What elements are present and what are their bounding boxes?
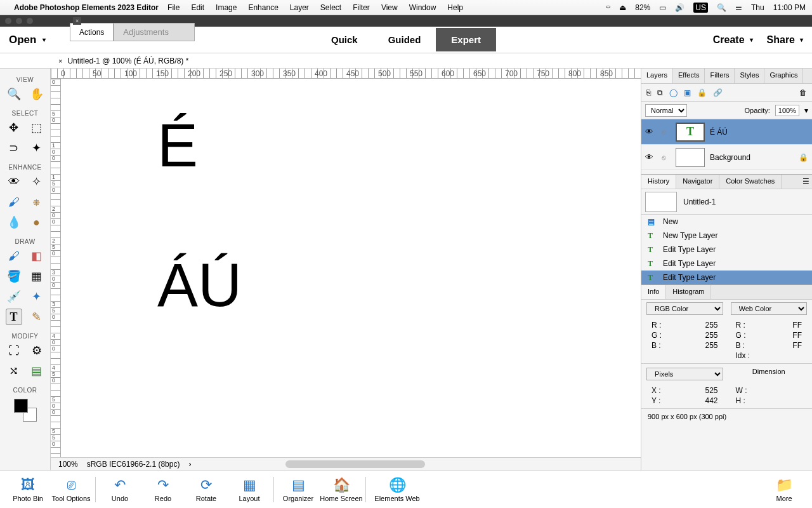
history-item[interactable]: ▤New: [641, 215, 812, 229]
control-center-icon[interactable]: ⚌: [735, 3, 742, 12]
tab-effects[interactable]: Effects: [673, 69, 705, 83]
link-icon[interactable]: 🔗: [713, 88, 723, 97]
eyedropper-tool[interactable]: 💉: [6, 288, 22, 305]
create-button[interactable]: Create: [713, 34, 753, 46]
tab-graphics[interactable]: Graphics: [764, 69, 803, 83]
mode-expert[interactable]: Expert: [436, 28, 496, 51]
zoom-tool[interactable]: 🔍: [6, 86, 22, 102]
marquee-tool[interactable]: ⬚: [29, 119, 45, 136]
menu-image[interactable]: Image: [216, 3, 237, 12]
quick-select-tool[interactable]: ✦: [29, 140, 45, 156]
shape-tool[interactable]: ✦: [29, 288, 45, 305]
brush-tool[interactable]: 🖌: [6, 248, 22, 264]
redeye-tool[interactable]: 👁: [6, 173, 22, 190]
organizer-button[interactable]: ▤Organizer: [277, 477, 320, 502]
document-title[interactable]: Untitled-1 @ 100% (É ÁÚ, RGB/8) *: [67, 57, 188, 65]
smart-brush-tool[interactable]: 🖌: [6, 194, 22, 210]
menu-edit[interactable]: Edit: [191, 3, 204, 12]
history-item[interactable]: TNew Type Layer: [641, 229, 812, 243]
tab-adjustments[interactable]: Adjustments: [114, 23, 195, 41]
straighten-tool[interactable]: ▤: [29, 363, 45, 379]
mask-icon[interactable]: ▣: [684, 88, 691, 97]
lock-slot[interactable]: ⎋: [662, 128, 671, 136]
hand-tool[interactable]: ✋: [29, 86, 45, 102]
share-button[interactable]: Share: [767, 34, 803, 46]
redo-button[interactable]: ↷Redo: [141, 477, 185, 502]
move-tool[interactable]: ✥: [6, 119, 22, 136]
visibility-icon[interactable]: 👁: [645, 152, 657, 162]
tool-options-button[interactable]: ⎚Tool Options: [49, 477, 93, 502]
sponge-tool[interactable]: ●: [29, 214, 45, 231]
layer-name[interactable]: Background: [710, 153, 750, 162]
crop-tool[interactable]: ⛶: [6, 342, 22, 359]
lasso-tool[interactable]: ⊃: [6, 140, 22, 156]
input-lang[interactable]: US: [693, 3, 708, 13]
close-doc-icon[interactable]: ×: [58, 57, 62, 65]
fx-icon[interactable]: ◯: [669, 88, 678, 97]
recompose-tool[interactable]: ⚙: [29, 342, 45, 359]
units-select[interactable]: Pixels: [646, 368, 723, 380]
photo-bin-button[interactable]: 🖼Photo Bin: [6, 477, 49, 502]
layer-thumb[interactable]: T: [676, 123, 705, 142]
new-layer-icon[interactable]: ⎘: [646, 88, 651, 97]
mode-guided[interactable]: Guided: [373, 28, 436, 51]
clone-tool[interactable]: ⎈: [29, 194, 45, 210]
chevron-right-icon[interactable]: ›: [188, 460, 191, 469]
color-mode-2[interactable]: Web Color: [731, 302, 808, 315]
trash-icon[interactable]: 🗑: [799, 88, 807, 97]
layer-row[interactable]: 👁 ⎋ Background 🔒: [641, 145, 812, 170]
more-button[interactable]: 📁More: [763, 477, 806, 502]
pencil-tool[interactable]: ✎: [29, 309, 45, 325]
menu-window[interactable]: Window: [409, 3, 436, 12]
layer-name[interactable]: É ÁÚ: [710, 128, 728, 137]
menu-layer[interactable]: Layer: [290, 3, 309, 12]
menu-select[interactable]: Select: [320, 3, 341, 12]
battery-icon[interactable]: ▭: [659, 3, 666, 12]
wifi-icon[interactable]: ⌔: [606, 3, 610, 12]
tab-info[interactable]: Info: [641, 285, 666, 299]
elements-web-button[interactable]: 🌐Elements Web: [369, 477, 426, 502]
content-move-tool[interactable]: ⤭: [6, 363, 22, 379]
menu-file[interactable]: File: [167, 3, 180, 12]
visibility-icon[interactable]: 👁: [645, 127, 657, 137]
spot-heal-tool[interactable]: ✧: [29, 173, 45, 190]
bucket-tool[interactable]: 🪣: [6, 268, 22, 284]
lock-icon[interactable]: 🔒: [697, 88, 707, 97]
color-mode-1[interactable]: RGB Color: [646, 302, 723, 315]
menu-help[interactable]: Help: [447, 3, 463, 12]
tab-histogram[interactable]: Histogram: [666, 285, 711, 299]
layout-button[interactable]: ▦Layout: [228, 477, 271, 502]
chevron-down-icon[interactable]: ▾: [804, 106, 808, 115]
tab-actions[interactable]: ×Actions: [70, 23, 114, 41]
open-button[interactable]: Open: [9, 34, 46, 46]
color-swatch[interactable]: [14, 399, 37, 422]
home-screen-button[interactable]: 🏠Home Screen: [320, 477, 363, 502]
tab-layers[interactable]: Layers: [641, 69, 673, 83]
tab-styles[interactable]: Styles: [735, 69, 764, 83]
scrollbar-thumb[interactable]: [285, 460, 425, 468]
layer-thumb[interactable]: [676, 148, 705, 167]
close-icon[interactable]: ×: [73, 17, 81, 25]
menu-filter[interactable]: Filter: [353, 3, 370, 12]
blur-tool[interactable]: 💧: [6, 214, 22, 231]
canvas[interactable]: É ÁÚ: [61, 79, 641, 457]
layer-row[interactable]: 👁 ⎋ T É ÁÚ: [641, 119, 812, 145]
menu-enhance[interactable]: Enhance: [248, 3, 278, 12]
type-tool[interactable]: T: [6, 309, 22, 325]
lock-slot[interactable]: ⎋: [662, 154, 671, 161]
mode-quick[interactable]: Quick: [316, 28, 373, 51]
tab-swatches[interactable]: Color Swatches: [719, 175, 782, 189]
panel-menu-icon[interactable]: ☰: [800, 175, 812, 189]
undo-button[interactable]: ↶Undo: [98, 477, 141, 502]
canvas-text-1[interactable]: É: [157, 110, 198, 180]
rotate-button[interactable]: ⟳Rotate: [185, 477, 228, 502]
history-doc-thumb[interactable]: [645, 192, 677, 212]
menu-view[interactable]: View: [381, 3, 398, 12]
max-dot[interactable]: [27, 18, 33, 24]
history-item[interactable]: TEdit Type Layer: [641, 257, 812, 271]
opacity-value[interactable]: 100%: [775, 105, 799, 116]
close-dot[interactable]: [5, 18, 11, 24]
tab-navigator[interactable]: Navigator: [676, 175, 719, 189]
volume-icon[interactable]: 🔊: [675, 3, 684, 12]
canvas-text-2[interactable]: ÁÚ: [157, 250, 242, 320]
